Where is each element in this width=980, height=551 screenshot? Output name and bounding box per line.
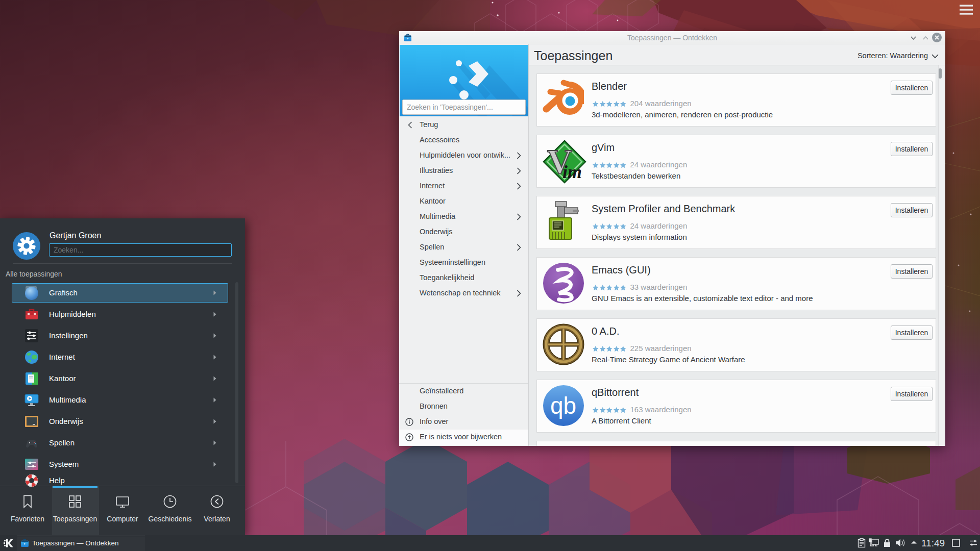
svg-text:im: im: [562, 162, 582, 182]
svg-text:qb: qb: [550, 392, 576, 419]
